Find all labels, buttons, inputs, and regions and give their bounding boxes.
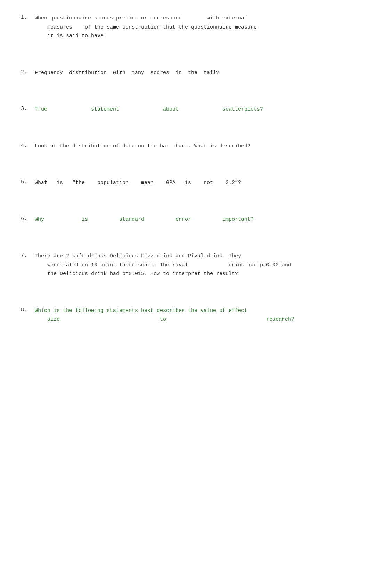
question-text-5: What is “the population mean GPA is not … (35, 178, 348, 187)
question-text-3: True statement about scatterplots? (35, 105, 348, 114)
question-item-3: 3. True statement about scatterplots? (21, 105, 348, 114)
question-number-8: 8. (21, 306, 35, 313)
question-item-6: 6. Why is standard error important? (21, 215, 348, 224)
q2-text: Frequency distribution with many scores … (35, 70, 219, 76)
question-number-2: 2. (21, 69, 35, 75)
q1-text: When questionnaire scores predict or cor… (35, 15, 257, 39)
q8-text: Which is the following statements best d… (35, 308, 294, 323)
question-list: 1. When questionnaire scores predict or … (21, 14, 348, 324)
question-item-4: 4. Look at the distribution of data on t… (21, 142, 348, 151)
question-text-1: When questionnaire scores predict or cor… (35, 14, 348, 41)
q4-text: Look at the distribution of data on the … (35, 143, 251, 149)
question-text-8: Which is the following statements best d… (35, 306, 348, 324)
question-text-4: Look at the distribution of data on the … (35, 142, 348, 151)
question-item-2: 2. Frequency distribution with many scor… (21, 69, 348, 78)
question-text-7: There are 2 soft drinks Delicious Fizz d… (35, 252, 348, 279)
question-number-1: 1. (21, 14, 35, 21)
question-number-4: 4. (21, 142, 35, 148)
question-text-6: Why is standard error important? (35, 215, 348, 224)
question-number-3: 3. (21, 105, 35, 112)
question-number-5: 5. (21, 178, 35, 185)
question-item-7: 7. There are 2 soft drinks Delicious Fiz… (21, 252, 348, 279)
question-text-2: Frequency distribution with many scores … (35, 69, 348, 78)
question-item-5: 5. What is “the population mean GPA is n… (21, 178, 348, 187)
q6-text: Why is standard error important? (35, 217, 254, 223)
question-number-6: 6. (21, 215, 35, 222)
q7-text: There are 2 soft drinks Delicious Fizz d… (35, 253, 291, 277)
q3-text: True statement about scatterplots? (35, 106, 263, 112)
question-item-8: 8. Which is the following statements bes… (21, 306, 348, 324)
question-item-1: 1. When questionnaire scores predict or … (21, 14, 348, 41)
question-number-7: 7. (21, 252, 35, 258)
q5-text: What is “the population mean GPA is not … (35, 180, 241, 186)
